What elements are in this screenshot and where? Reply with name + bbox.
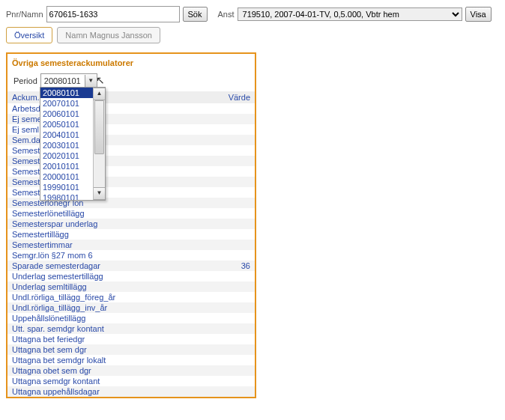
acc-label: Undl.rörliga_tillägg_föreg_år <box>7 292 178 302</box>
acc-value <box>178 103 255 114</box>
acc-row[interactable]: Undl.rörliga_tillägg_föreg_år <box>7 292 255 302</box>
acc-value <box>178 187 255 198</box>
acc-value <box>178 114 255 124</box>
acc-label: Semestertimmar <box>7 240 178 250</box>
acc-value <box>178 124 255 135</box>
acc-value <box>178 208 255 219</box>
period-dropdown[interactable]: 2008010120070101200601012005010120040101… <box>40 87 106 201</box>
acc-value <box>178 240 255 250</box>
anst-label: Anst <box>218 10 235 19</box>
acc-value <box>178 177 255 187</box>
acc-value <box>178 250 255 261</box>
acc-label: Undl.rörliga_tillägg_inv_år <box>7 302 178 313</box>
acc-value <box>178 334 255 344</box>
acc-row[interactable]: Underlag semestertillägg <box>7 271 255 281</box>
acc-row[interactable]: Semgr.lön §27 mom 6 <box>7 250 255 261</box>
acc-value <box>178 302 255 313</box>
acc-label: Uppehållslönetillägg <box>7 313 178 323</box>
period-selected-text: 20080101 <box>41 76 84 86</box>
tab-oversikt[interactable]: Översikt <box>6 27 52 43</box>
acc-value <box>178 376 255 386</box>
acc-value <box>178 166 255 177</box>
acc-row[interactable]: Uppehållslönetillägg <box>7 313 255 323</box>
acc-row[interactable]: Undl.rörliga_tillägg_inv_år <box>7 302 255 313</box>
anst-select[interactable]: 719510, 2007-04-01-TV, 0,5.000, Vbtr hem <box>238 7 462 21</box>
acc-label: Uttagna uppehållsdagar <box>7 386 178 397</box>
acc-label: Uttagna bet feriedgr <box>7 334 178 344</box>
acc-row[interactable]: Uttagna bet feriedgr <box>7 334 255 344</box>
acc-label: Uttagna obet sem dgr <box>7 365 178 376</box>
acc-label: Semgr.lön §27 mom 6 <box>7 250 178 261</box>
acc-value <box>178 145 255 156</box>
acc-value <box>178 156 255 166</box>
acc-value <box>178 344 255 355</box>
panel-title: Övriga semesterackumulatorer <box>7 54 255 70</box>
period-label: Period <box>13 76 37 85</box>
acc-value <box>178 281 255 292</box>
acc-label: Semestertillägg <box>7 229 178 240</box>
acc-label: Uttagna bet sem dgr <box>7 344 178 355</box>
acc-label: Utt. spar. semdgr kontant <box>7 323 178 334</box>
acc-value <box>178 386 255 397</box>
acc-value <box>178 198 255 208</box>
period-select[interactable]: 20080101 ▼ <box>40 73 97 88</box>
acc-label: Uttagna semdgr kontant <box>7 376 178 386</box>
visa-button[interactable]: Visa <box>465 7 492 22</box>
acc-row[interactable]: Underlag semltillägg <box>7 281 255 292</box>
acc-value <box>178 313 255 323</box>
acc-row[interactable]: Uttagna bet semdgr lokalt <box>7 355 255 365</box>
acc-value <box>178 271 255 281</box>
acc-row[interactable]: Semestertimmar <box>7 240 255 250</box>
acc-value: 36 <box>178 261 255 271</box>
acc-label: Underlag semltillägg <box>7 281 178 292</box>
acc-row[interactable]: Semestertillägg <box>7 229 255 240</box>
acc-row[interactable]: Semesterspar underlag <box>7 219 255 229</box>
pnr-label: Pnr/Namn <box>6 10 43 19</box>
scroll-down-button[interactable]: ▼ <box>94 187 105 200</box>
acc-value <box>178 365 255 376</box>
acc-value <box>178 135 255 145</box>
accumulators-panel: Övriga semesterackumulatorer Period 2008… <box>6 52 256 398</box>
acc-row[interactable]: Uttagna uppehållsdagar <box>7 386 255 397</box>
acc-label: Semesterlönetillägg <box>7 208 178 219</box>
chevron-down-icon[interactable]: ▼ <box>85 75 97 87</box>
header-varde: Värde <box>178 91 255 103</box>
acc-row[interactable]: Semesterlönetillägg <box>7 208 255 219</box>
scroll-track[interactable] <box>94 100 105 187</box>
acc-row[interactable]: Uttagna obet sem dgr <box>7 365 255 376</box>
acc-value <box>178 219 255 229</box>
scroll-up-button[interactable]: ▲ <box>94 88 105 100</box>
acc-label: Underlag semestertillägg <box>7 271 178 281</box>
acc-row[interactable]: Uttagna bet sem dgr <box>7 344 255 355</box>
scroll-thumb[interactable] <box>94 100 104 154</box>
acc-label: Semesterspar underlag <box>7 219 178 229</box>
acc-value <box>178 229 255 240</box>
acc-value <box>178 355 255 365</box>
sok-button[interactable]: Sök <box>183 7 208 22</box>
acc-row[interactable]: Uttagna semdgr kontant <box>7 376 255 386</box>
tab-name[interactable]: Namn Magnus Jansson <box>57 27 160 43</box>
acc-value <box>178 292 255 302</box>
acc-label: Sparade semesterdagar <box>7 261 178 271</box>
acc-label: Uttagna bet semdgr lokalt <box>7 355 178 365</box>
cursor-icon: ↖ <box>96 75 105 85</box>
acc-value <box>178 323 255 334</box>
pnr-input[interactable] <box>46 6 180 22</box>
acc-row[interactable]: Sparade semesterdagar36 <box>7 261 255 271</box>
acc-row[interactable]: Utt. spar. semdgr kontant <box>7 323 255 334</box>
